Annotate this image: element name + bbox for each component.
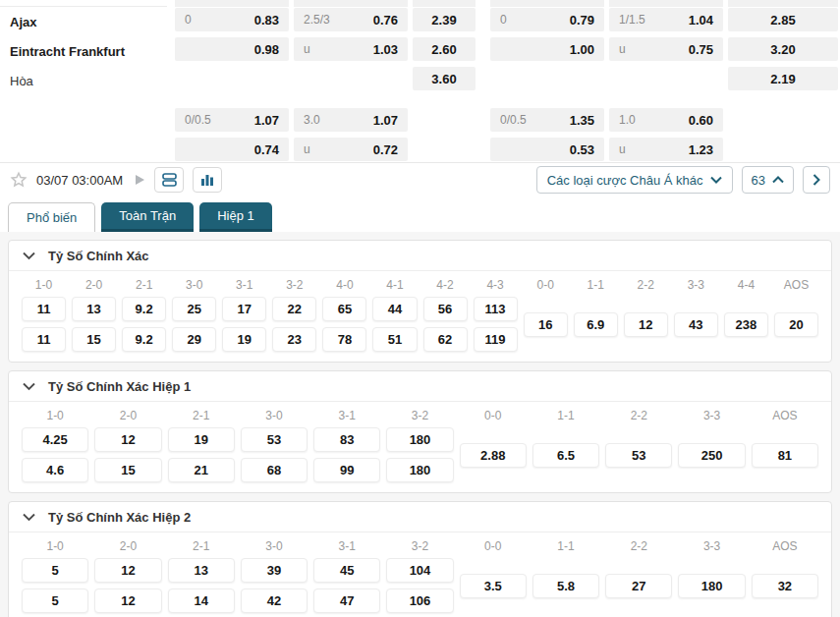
score-odds-cell-away[interactable]: 106 xyxy=(386,589,453,613)
score-odds-cell-away[interactable]: 4.6 xyxy=(22,458,88,482)
score-odds-cell-away[interactable]: 68 xyxy=(241,458,308,482)
score-odds-cell-home[interactable]: 39 xyxy=(241,558,308,583)
odds-cell[interactable]: u1.03 xyxy=(294,37,408,61)
score-odds-cell-away[interactable]: 15 xyxy=(94,458,161,482)
score-odds-cell-home[interactable]: 104 xyxy=(386,558,453,583)
score-odds-cell-draw[interactable]: 20 xyxy=(774,312,818,337)
score-panel: Tỷ Số Chính Xác Hiệp 2 1-02-02-13-03-13-… xyxy=(8,501,832,617)
play-icon[interactable] xyxy=(134,174,145,186)
tab-hiep-1[interactable]: Hiệp 1 xyxy=(199,202,272,232)
score-odds-cell-away[interactable]: 9.2 xyxy=(122,327,166,352)
score-odds-cell-away[interactable]: 51 xyxy=(372,327,417,352)
odds-cell[interactable]: u0.72 xyxy=(294,138,408,161)
market-count-toggle[interactable]: 63 xyxy=(742,166,794,194)
score-odds-cell-away[interactable]: 5 xyxy=(22,589,88,613)
score-odds-cell-draw[interactable]: 6.9 xyxy=(574,312,618,337)
odds-cell[interactable]: 1.00.60 xyxy=(609,108,723,132)
score-odds-cell-home[interactable]: 83 xyxy=(313,427,380,452)
score-odds-cell-away[interactable]: 23 xyxy=(272,327,316,352)
score-odds-cell-away[interactable]: 14 xyxy=(168,589,235,613)
score-odds-cell-home[interactable]: 17 xyxy=(222,297,266,321)
odds-cell[interactable]: 3.01.07 xyxy=(294,108,408,132)
score-odds-cell-draw[interactable]: 27 xyxy=(605,574,672,598)
score-odds-cell-home[interactable]: 13 xyxy=(72,297,116,321)
score-odds-cell-home[interactable]: 19 xyxy=(168,427,235,452)
odds-cell[interactable]: 2.60 xyxy=(413,37,476,61)
score-odds-cell-home[interactable]: 45 xyxy=(313,558,380,583)
tab-pho-bien[interactable]: Phổ biến xyxy=(8,202,95,232)
tab-toan-tran[interactable]: Toàn Trận xyxy=(101,202,194,232)
score-odds-cell-draw[interactable]: 43 xyxy=(674,312,718,337)
score-odds-cell-away[interactable]: 119 xyxy=(474,327,518,352)
score-odds-cell-away[interactable]: 47 xyxy=(313,589,380,613)
score-odds-cell-draw[interactable]: 6.5 xyxy=(532,443,599,468)
score-odds-cell-home[interactable]: 53 xyxy=(241,427,308,452)
score-odds-cell-home[interactable]: 22 xyxy=(272,297,316,321)
odds-cell[interactable]: u0.75 xyxy=(609,37,723,61)
panel-header[interactable]: Tỷ Số Chính Xác xyxy=(9,241,831,271)
score-odds-cell-away[interactable]: 42 xyxy=(241,589,308,613)
score-odds-cell-away[interactable]: 29 xyxy=(172,327,216,352)
odds-cell[interactable]: 0.74 xyxy=(175,138,289,161)
score-odds-cell-home[interactable]: 113 xyxy=(474,297,518,321)
score-odds-cell-away[interactable]: 19 xyxy=(222,327,266,352)
score-odds-cell-draw[interactable]: 2.88 xyxy=(460,443,527,468)
score-odds-cell-draw[interactable]: 81 xyxy=(752,443,818,468)
score-odds-cell-home[interactable]: 5 xyxy=(22,558,88,583)
odds-cell[interactable]: 1/1.51.04 xyxy=(609,8,723,31)
odds-cell[interactable]: 2.39 xyxy=(413,8,476,31)
score-odds-cell-home[interactable]: 12 xyxy=(94,427,161,452)
odds-cell[interactable]: 3.20 xyxy=(728,37,838,61)
odds-cell[interactable]: 1.00 xyxy=(490,37,604,61)
odds-cell[interactable]: 0/0.51.07 xyxy=(175,108,289,132)
score-odds-cell-home[interactable]: 9.2 xyxy=(122,297,166,321)
odds-cell[interactable]: 2.19 xyxy=(728,67,838,90)
next-button[interactable] xyxy=(803,166,830,194)
odds-cell[interactable]: 2.5/30.76 xyxy=(294,8,408,31)
score-odds-cell-draw[interactable]: 12 xyxy=(624,312,668,337)
score-odds-cell-draw[interactable]: 180 xyxy=(678,574,745,598)
odds-cell[interactable]: 0.53 xyxy=(490,138,604,161)
score-odds-cell-home[interactable]: 44 xyxy=(372,297,417,321)
score-odds-cell-home[interactable]: 11 xyxy=(22,297,66,321)
score-odds-cell-home[interactable]: 4.25 xyxy=(22,427,88,452)
score-odds-cell-home[interactable]: 56 xyxy=(423,297,468,321)
panel-header[interactable]: Tỷ Số Chính Xác Hiệp 2 xyxy=(9,502,831,533)
score-odds-cell-draw[interactable]: 53 xyxy=(605,443,672,468)
score-odds-cell-away[interactable]: 62 xyxy=(423,327,468,352)
stats-button[interactable] xyxy=(193,167,222,193)
score-odds-cell-away[interactable]: 15 xyxy=(72,327,116,352)
divider xyxy=(480,67,485,90)
score-odds-cell-draw[interactable]: 3.5 xyxy=(460,574,527,598)
score-odds-cell-home[interactable]: 12 xyxy=(94,558,161,583)
odds-cell[interactable]: u1.23 xyxy=(609,138,723,161)
odds-cell[interactable]: 0/0.51.35 xyxy=(490,108,604,132)
odds-cell[interactable]: 00.83 xyxy=(175,8,289,31)
score-odds-cell-home[interactable]: 180 xyxy=(386,427,453,452)
score-odds-cell-draw[interactable]: 250 xyxy=(678,443,745,468)
odds-history-button[interactable] xyxy=(154,167,184,193)
score-odds-cell-home[interactable]: 25 xyxy=(172,297,216,321)
score-odds-cell-draw[interactable]: 5.8 xyxy=(532,574,599,598)
star-icon[interactable] xyxy=(10,171,28,189)
score-odds-cell-away[interactable]: 99 xyxy=(313,458,380,482)
panel-header[interactable]: Tỷ Số Chính Xác Hiệp 1 xyxy=(9,371,831,402)
odds-cell-empty xyxy=(413,108,476,132)
score-odds-cell-away[interactable]: 12 xyxy=(94,589,161,613)
score-odds-cell-home[interactable]: 65 xyxy=(322,297,366,321)
score-odds-cell-away[interactable]: 11 xyxy=(22,327,66,352)
odds-cell[interactable]: 3.60 xyxy=(413,67,476,90)
odds-cell[interactable]: 2.85 xyxy=(728,8,838,31)
score-odds-cell-draw[interactable]: 32 xyxy=(752,574,818,598)
odds-cell[interactable]: 0.98 xyxy=(175,37,289,61)
team-draw: Hòa xyxy=(10,67,175,96)
odds-cell[interactable]: 00.79 xyxy=(490,8,604,31)
score-odds-cell-away[interactable]: 180 xyxy=(386,458,453,482)
score-odds-cell-draw[interactable]: 238 xyxy=(724,312,768,337)
score-odds-cell-draw[interactable]: 16 xyxy=(524,312,568,337)
score-column-header: 1-0 xyxy=(19,272,69,294)
score-odds-cell-home[interactable]: 13 xyxy=(168,558,235,583)
score-odds-cell-away[interactable]: 21 xyxy=(168,458,235,482)
score-odds-cell-away[interactable]: 78 xyxy=(322,327,366,352)
asian-odds-dropdown[interactable]: Các loại cược Châu Á khác xyxy=(536,166,733,194)
